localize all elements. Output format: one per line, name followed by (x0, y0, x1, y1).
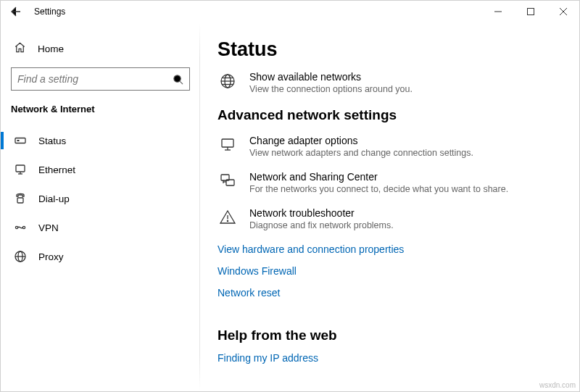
page-title: Status (218, 38, 565, 61)
svg-line-5 (180, 81, 183, 84)
row-title: Network troubleshooter (249, 207, 394, 219)
sidebar-item-status[interactable]: Status (1, 126, 200, 155)
svg-rect-11 (17, 198, 23, 203)
row-desc: View network adapters and change connect… (249, 148, 473, 158)
home-label: Home (38, 43, 64, 54)
svg-rect-8 (16, 165, 25, 172)
advanced-heading: Advanced network settings (218, 107, 565, 123)
svg-point-13 (22, 226, 25, 228)
ethernet-icon (14, 163, 27, 176)
svg-point-4 (174, 75, 181, 81)
watermark: wsxdn.com (539, 381, 576, 389)
sidebar-item-vpn[interactable]: VPN (1, 213, 200, 242)
show-available-networks[interactable]: Show available networks View the connect… (218, 71, 565, 94)
help-heading: Help from the web (218, 328, 565, 343)
search-input[interactable] (17, 73, 173, 85)
link-network-reset[interactable]: Network reset (218, 287, 565, 299)
home-button[interactable]: Home (1, 36, 200, 62)
row-title: Change adapter options (249, 135, 473, 146)
titlebar-left: Settings (1, 1, 65, 22)
globe-icon (218, 71, 238, 94)
window-controls (481, 1, 579, 22)
sidebar-item-ethernet[interactable]: Ethernet (1, 155, 200, 184)
maximize-button[interactable] (514, 1, 547, 22)
sidebar-item-label: Status (38, 135, 66, 146)
maximize-icon (527, 8, 534, 15)
row-desc: For the networks you connect to, decide … (249, 184, 508, 194)
row-desc: Diagnose and fix network problems. (249, 220, 394, 230)
row-title: Show available networks (249, 71, 413, 83)
sidebar-item-label: VPN (38, 222, 59, 233)
back-button[interactable] (1, 1, 31, 22)
back-arrow-icon (10, 6, 22, 17)
dialup-icon (14, 192, 27, 205)
network-troubleshooter[interactable]: Network troubleshooter Diagnose and fix … (218, 207, 565, 230)
svg-rect-22 (222, 139, 233, 147)
network-sharing-center[interactable]: Network and Sharing Center For the netwo… (218, 171, 565, 194)
svg-point-30 (227, 220, 228, 221)
sidebar-item-label: Proxy (38, 251, 64, 262)
vpn-icon (14, 221, 27, 234)
status-icon (14, 134, 27, 147)
proxy-icon (14, 250, 27, 263)
svg-point-12 (15, 226, 17, 228)
home-icon (14, 41, 26, 56)
sidebar-item-label: Dial-up (38, 193, 70, 204)
main-panel: Status Show available networks View the … (200, 22, 579, 391)
link-windows-firewall[interactable]: Windows Firewall (218, 265, 565, 277)
search-box[interactable] (11, 67, 190, 91)
app-title: Settings (34, 7, 65, 17)
search-icon (173, 74, 183, 85)
svg-rect-6 (15, 138, 25, 143)
minimize-button[interactable] (481, 1, 514, 22)
sidebar: Home Network & Internet Status Ethernet (1, 22, 200, 391)
sidebar-item-proxy[interactable]: Proxy (1, 242, 200, 271)
content: Home Network & Internet Status Ethernet (1, 22, 579, 391)
change-adapter-options[interactable]: Change adapter options View network adap… (218, 135, 565, 158)
svg-rect-7 (17, 140, 20, 141)
link-find-ip[interactable]: Finding my IP address (218, 352, 565, 364)
svg-rect-1 (527, 9, 534, 15)
titlebar: Settings (1, 1, 579, 22)
sidebar-item-label: Ethernet (38, 164, 75, 175)
minimize-icon (494, 8, 502, 15)
sidebar-item-dialup[interactable]: Dial-up (1, 184, 200, 213)
row-desc: View the connection options around you. (249, 84, 413, 94)
adapter-icon (218, 135, 238, 158)
close-icon (560, 8, 567, 15)
sharing-icon (218, 171, 238, 194)
close-button[interactable] (547, 1, 579, 22)
row-title: Network and Sharing Center (249, 171, 508, 183)
sidebar-category: Network & Internet (1, 104, 200, 126)
link-hardware-properties[interactable]: View hardware and connection properties (218, 243, 565, 255)
warning-icon (218, 207, 238, 230)
